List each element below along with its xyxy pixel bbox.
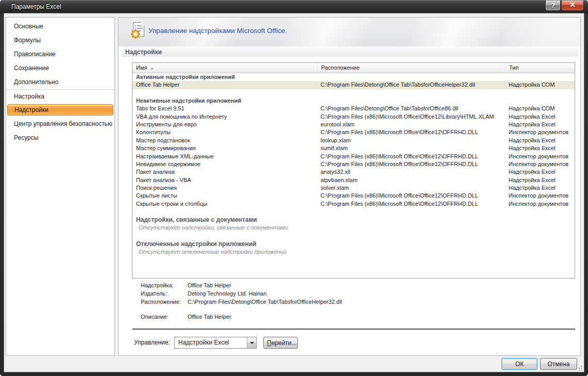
addin-location: lookup.xlam bbox=[317, 137, 505, 144]
addin-row[interactable]: VBA для помощника по ИнтернетуC:\Program… bbox=[132, 113, 575, 121]
empty-row bbox=[132, 89, 575, 97]
sidebar-nav: ОсновныеФормулыПравописаниеСохранениеДоп… bbox=[6, 17, 115, 356]
addin-name: VBA для помощника по Интернету bbox=[132, 113, 317, 121]
addin-type: Надстройка Excel bbox=[505, 144, 575, 152]
detail-row: Описание:Office Tab Helper bbox=[141, 313, 342, 321]
addin-location: analys32.xll bbox=[317, 168, 505, 176]
addin-location: eurotool.xlam bbox=[317, 121, 505, 128]
cancel-button[interactable]: Отмена bbox=[540, 358, 577, 370]
addin-row[interactable]: Мастер суммированияsumif.xlamНадстройка … bbox=[132, 144, 575, 152]
addin-name: Мастер суммирования bbox=[132, 144, 317, 152]
manage-select[interactable]: Надстройки Excel bbox=[174, 337, 257, 349]
titlebar[interactable]: Параметры Excel ? × bbox=[0, 0, 588, 13]
addin-type: Надстройка Excel bbox=[505, 121, 575, 128]
addin-name: Tabs for Excel 9.51 bbox=[132, 105, 317, 112]
empty-row bbox=[132, 232, 575, 240]
banner-message: Управление надстройками Microsoft Office… bbox=[148, 27, 287, 35]
addin-type: Инспектор документов bbox=[505, 192, 575, 200]
addin-name: Пакет анализа - VBA bbox=[132, 176, 317, 184]
addin-note: Отсутствуют отключенные надстройки прило… bbox=[132, 248, 575, 256]
addin-location: C:\Program Files\Detong\Office Tab\Tabsf… bbox=[317, 81, 505, 89]
detail-label: Описание: bbox=[141, 313, 188, 321]
addin-location: C:\Program Files (x86)\Microsoft Office\… bbox=[317, 200, 505, 208]
separator-line bbox=[132, 329, 575, 330]
sidebar-item-resources[interactable]: Ресурсы bbox=[6, 131, 114, 145]
chevron-down-icon bbox=[250, 342, 254, 344]
dropdown-button[interactable] bbox=[247, 337, 256, 348]
close-button[interactable]: × bbox=[561, 1, 584, 11]
addin-location: solver.xlam bbox=[317, 184, 505, 192]
addin-name: Скрытые строки и столбцы bbox=[132, 200, 317, 208]
addin-row[interactable]: Tabs for Excel 9.51C:\Program Files\Deto… bbox=[132, 105, 575, 112]
sidebar-item-advanced[interactable]: Дополнительно bbox=[6, 75, 114, 89]
addin-type: Надстройка COM bbox=[505, 81, 575, 89]
addin-row[interactable]: Инструменты для евроeurotool.xlamНадстро… bbox=[132, 121, 575, 128]
help-icon: ? bbox=[551, 2, 555, 9]
addin-type: Инспектор документов bbox=[505, 160, 575, 168]
resize-grip[interactable] bbox=[577, 365, 582, 370]
addin-row[interactable]: Office Tab HelperC:\Program Files\Detong… bbox=[132, 81, 575, 89]
close-icon: × bbox=[570, 0, 576, 10]
column-header-location[interactable]: Расположение bbox=[317, 63, 505, 73]
sidebar-item-general[interactable]: Основные bbox=[6, 20, 114, 34]
column-header-name[interactable]: Имя bbox=[132, 63, 317, 73]
addin-type: Инспектор документов bbox=[505, 128, 575, 136]
go-button[interactable]: Перейти... bbox=[263, 337, 298, 349]
section-header: Надстройки bbox=[122, 46, 578, 57]
detail-row: Издатель:Detong Technology Ltd. Hainan bbox=[141, 289, 342, 298]
manage-label: Управление: bbox=[134, 337, 170, 349]
addin-row[interactable]: Невидимое содержимоеC:\Program Files (x8… bbox=[132, 160, 575, 168]
sidebar-item-customize[interactable]: Настройка bbox=[6, 89, 114, 103]
sidebar-item-trust-center[interactable]: Центр управления безопасностью bbox=[6, 117, 114, 131]
addin-row[interactable]: Скрытые листыC:\Program Files (x86)\Micr… bbox=[132, 192, 575, 200]
addin-group-header: Отключенные надстройки приложений bbox=[132, 240, 575, 248]
detail-value: Detong Technology Ltd. Hainan bbox=[188, 290, 266, 297]
addin-location: C:\Program Files (x86)\Microsoft Office\… bbox=[317, 160, 505, 168]
window-title: Параметры Excel bbox=[11, 3, 61, 10]
addin-row[interactable]: Пакет анализаanalys32.xllНадстройка Exce… bbox=[132, 168, 575, 176]
addin-type: Инспектор документов bbox=[505, 200, 575, 208]
detail-value: Office Tab Helper bbox=[188, 314, 231, 320]
addin-type: Надстройка COM bbox=[505, 105, 575, 112]
main-panel: Управление надстройками Microsoft Office… bbox=[118, 17, 581, 356]
addin-location: C:\Program Files (x86)\Microsoft Office\… bbox=[317, 113, 505, 121]
addin-type: Инспектор документов bbox=[505, 153, 575, 160]
addin-type: Надстройка Excel bbox=[505, 137, 575, 144]
addin-name: Колонтитулы bbox=[132, 128, 317, 136]
detail-row: Надстройка:Office Tab Helper bbox=[141, 281, 342, 289]
sidebar-item-save[interactable]: Сохранение bbox=[6, 61, 114, 75]
addin-name: Office Tab Helper bbox=[132, 81, 317, 89]
sidebar-item-formulas[interactable]: Формулы bbox=[6, 34, 114, 47]
addin-type: Надстройка Excel bbox=[505, 168, 575, 176]
addin-details: Надстройка:Office Tab HelperИздатель:Det… bbox=[141, 281, 342, 321]
sidebar-item-proofing[interactable]: Правописание bbox=[6, 47, 114, 61]
ok-button[interactable]: ОК bbox=[501, 358, 537, 370]
addin-location: C:\Program Files (x86)\Microsoft Office\… bbox=[317, 153, 505, 160]
dialog-body: ОсновныеФормулыПравописаниеСохранениеДоп… bbox=[4, 13, 584, 372]
column-header-type[interactable]: Тип bbox=[505, 63, 575, 73]
sidebar-item-addins[interactable]: Надстройки bbox=[7, 104, 113, 116]
addin-row[interactable]: Пакет анализа - VBAatpvbaen.xlamНадстрой… bbox=[132, 176, 575, 184]
detail-label: Издатель: bbox=[141, 289, 188, 298]
addin-type: Надстройка Excel bbox=[505, 113, 575, 121]
addin-row[interactable]: Скрытые строки и столбцыC:\Program Files… bbox=[132, 200, 575, 208]
addin-group-header: Надстройки, связанные с документами bbox=[132, 216, 575, 224]
table-header: Имя Расположение Тип bbox=[132, 63, 575, 73]
addin-location: atpvbaen.xlam bbox=[317, 176, 505, 184]
addin-group-header: Активные надстройки приложений bbox=[132, 73, 575, 81]
addin-name: Скрытые листы bbox=[132, 192, 317, 200]
gear-icon bbox=[131, 29, 140, 39]
detail-row: Расположение:C:\Program Files\Detong\Off… bbox=[141, 298, 342, 306]
excel-options-window: Параметры Excel ? × ОсновныеФормулыПраво… bbox=[0, 0, 588, 376]
addin-row[interactable]: КолонтитулыC:\Program Files (x86)\Micros… bbox=[132, 128, 575, 136]
addin-row[interactable]: Мастер подстановокlookup.xlamНадстройка … bbox=[132, 137, 575, 144]
addin-row[interactable]: Поиск решенияsolver.xlamНадстройка Excel bbox=[132, 184, 575, 192]
addin-type: Надстройка Excel bbox=[505, 184, 575, 192]
empty-row bbox=[132, 208, 575, 216]
sort-ascending-icon bbox=[150, 67, 154, 70]
addin-row[interactable]: Настраиваемые XML-данныеC:\Program Files… bbox=[132, 153, 575, 160]
help-button[interactable]: ? bbox=[545, 1, 561, 11]
addin-note: Отсутствуют надстройки, связанные с доку… bbox=[132, 224, 575, 232]
addin-type: Надстройка Excel bbox=[505, 176, 575, 184]
detail-value: Office Tab Helper bbox=[188, 282, 231, 288]
